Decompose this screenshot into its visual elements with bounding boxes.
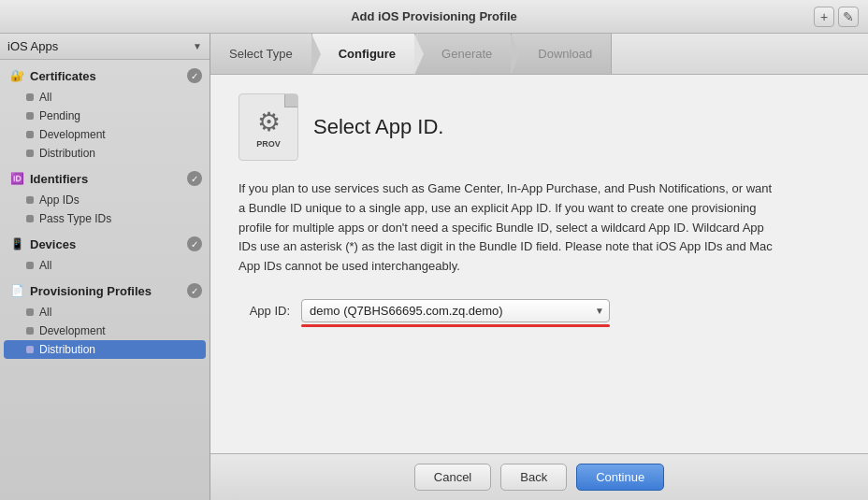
sidebar-section-certificates: 🔐 Certificates ✓ All Pending Development… bbox=[0, 64, 210, 163]
prov-icon-gear: ⚙ bbox=[257, 107, 281, 137]
prov-file-icon: ⚙ PROV bbox=[239, 93, 298, 161]
sidebar-section-identifiers: 🆔 Identifiers ✓ App IDs Pass Type IDs bbox=[0, 166, 210, 228]
prov-all-dot bbox=[26, 308, 34, 316]
prov-icon-fold bbox=[284, 94, 297, 107]
content-footer: Cancel Back Continue bbox=[210, 453, 868, 500]
continue-button[interactable]: Continue bbox=[576, 464, 664, 491]
cert-pending-dot bbox=[26, 112, 34, 120]
sidebar-item-cert-pending[interactable]: Pending bbox=[0, 107, 210, 125]
sidebar-item-prov-development[interactable]: Development bbox=[0, 321, 210, 340]
app-id-select-wrapper: demo (Q7BHS66695.com.zq.demo) ▼ bbox=[301, 299, 610, 322]
devices-chevron-icon: ✓ bbox=[187, 236, 202, 251]
step-configure[interactable]: Configure bbox=[312, 34, 415, 74]
sidebar-dropdown-label: iOS Apps bbox=[7, 39, 58, 53]
devices-title: 📱 Devices bbox=[9, 236, 76, 251]
pass-type-ids-dot bbox=[26, 215, 34, 222]
cert-dist-dot bbox=[26, 150, 34, 157]
prov-dev-dot bbox=[26, 327, 34, 335]
sidebar-section-provisioning: 📄 Provisioning Profiles ✓ All Developmen… bbox=[0, 279, 210, 359]
add-button[interactable]: + bbox=[814, 7, 834, 27]
step-configure-label: Configure bbox=[339, 47, 396, 61]
devices-section-header[interactable]: 📱 Devices ✓ bbox=[0, 232, 210, 256]
cert-dev-dot bbox=[26, 131, 34, 138]
title-bar: Add iOS Provisioning Profile + ✎ bbox=[0, 0, 868, 34]
identifiers-icon: 🆔 bbox=[9, 171, 24, 186]
identifiers-chevron-icon: ✓ bbox=[187, 171, 202, 186]
step-select-type[interactable]: Select Type bbox=[210, 34, 312, 74]
sidebar-item-cert-all[interactable]: All bbox=[0, 88, 210, 107]
description-text: If you plan to use services such as Game… bbox=[239, 179, 781, 277]
app-id-select[interactable]: demo (Q7BHS66695.com.zq.demo) bbox=[301, 299, 610, 322]
back-button[interactable]: Back bbox=[500, 464, 567, 491]
step-bar: Select Type Configure Generate Download bbox=[210, 34, 868, 75]
certificates-section-header[interactable]: 🔐 Certificates ✓ bbox=[0, 64, 210, 88]
sidebar-dropdown[interactable]: iOS Apps ▼ bbox=[0, 34, 210, 60]
app-ids-dot bbox=[26, 196, 34, 204]
sidebar-item-cert-development[interactable]: Development bbox=[0, 125, 210, 144]
step-generate-arrow bbox=[511, 34, 520, 75]
main-layout: iOS Apps ▼ 🔐 Certificates ✓ All Pending bbox=[0, 34, 868, 500]
sidebar: iOS Apps ▼ 🔐 Certificates ✓ All Pending bbox=[0, 34, 210, 500]
sidebar-item-prov-all[interactable]: All bbox=[0, 303, 210, 321]
sidebar-item-pass-type-ids[interactable]: Pass Type IDs bbox=[0, 209, 210, 228]
step-select-type-arrow bbox=[311, 34, 321, 75]
certificates-chevron-icon: ✓ bbox=[187, 68, 202, 83]
dropdown-arrow-icon: ▼ bbox=[193, 41, 202, 51]
step-download-label: Download bbox=[538, 47, 592, 61]
certificates-icon: 🔐 bbox=[9, 68, 24, 83]
content-header: ⚙ PROV Select App ID. bbox=[239, 93, 840, 161]
content-body: ⚙ PROV Select App ID. If you plan to use… bbox=[210, 75, 868, 453]
app-id-label: App ID: bbox=[239, 304, 290, 318]
sidebar-item-app-ids[interactable]: App IDs bbox=[0, 191, 210, 209]
provisioning-icon: 📄 bbox=[9, 283, 24, 298]
sidebar-section-devices: 📱 Devices ✓ All bbox=[0, 232, 210, 275]
title-bar-buttons: + ✎ bbox=[814, 7, 859, 27]
prov-dist-dot bbox=[26, 346, 34, 353]
app-id-row: App ID: demo (Q7BHS66695.com.zq.demo) ▼ bbox=[239, 299, 840, 322]
step-select-type-label: Select Type bbox=[229, 47, 293, 61]
content-area: Select Type Configure Generate Download bbox=[210, 34, 868, 500]
app-id-red-underline bbox=[301, 324, 610, 327]
identifiers-section-header[interactable]: 🆔 Identifiers ✓ bbox=[0, 166, 210, 191]
edit-button[interactable]: ✎ bbox=[838, 7, 859, 27]
sidebar-item-prov-distribution[interactable]: Distribution bbox=[4, 340, 206, 359]
step-generate[interactable]: Generate bbox=[415, 34, 512, 74]
step-configure-arrow bbox=[414, 34, 424, 75]
step-generate-label: Generate bbox=[441, 47, 492, 61]
provisioning-title: 📄 Provisioning Profiles bbox=[9, 283, 152, 298]
provisioning-chevron-icon: ✓ bbox=[187, 283, 202, 298]
cancel-button[interactable]: Cancel bbox=[414, 464, 491, 491]
devices-icon: 📱 bbox=[9, 236, 24, 251]
step-download[interactable]: Download bbox=[512, 34, 612, 74]
content-title: Select App ID. bbox=[313, 115, 443, 139]
cert-all-dot bbox=[26, 93, 34, 101]
provisioning-section-header[interactable]: 📄 Provisioning Profiles ✓ bbox=[0, 279, 210, 303]
sidebar-item-cert-distribution[interactable]: Distribution bbox=[0, 144, 210, 163]
identifiers-title: 🆔 Identifiers bbox=[9, 171, 88, 186]
window-title: Add iOS Provisioning Profile bbox=[351, 9, 517, 23]
prov-icon-label: PROV bbox=[256, 139, 281, 149]
sidebar-item-devices-all[interactable]: All bbox=[0, 256, 210, 275]
devices-all-dot bbox=[26, 262, 34, 269]
certificates-title: 🔐 Certificates bbox=[9, 68, 96, 83]
